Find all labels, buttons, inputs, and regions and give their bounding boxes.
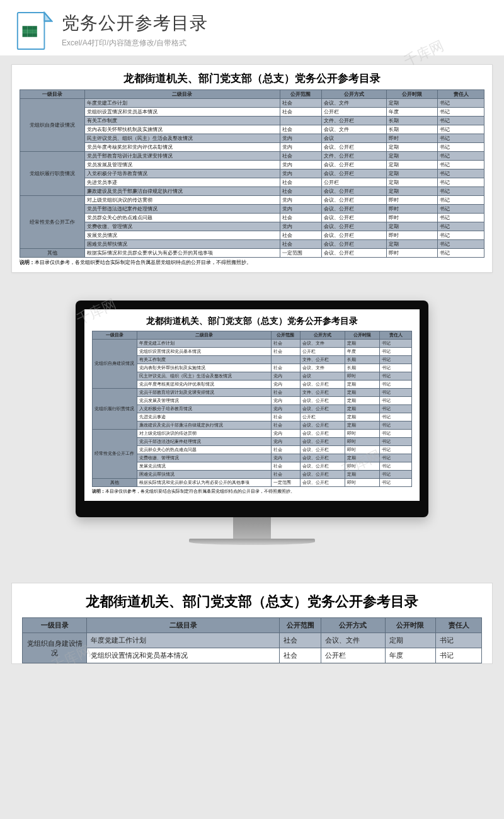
category-cell: 党组织自身建设情况	[23, 633, 87, 663]
table-row: 民主评议党员、组织（民主）生活会及整改情况党内会议即时书记	[20, 134, 484, 143]
data-cell: 入党积极分子培养教育情况	[137, 405, 271, 413]
data-cell: 会议、公开栏	[300, 405, 345, 413]
data-cell: 党员发展及管理情况	[85, 161, 280, 169]
note-label: 说明：	[92, 489, 105, 493]
col-h6: 责任人	[438, 90, 484, 99]
data-cell: 书记	[380, 348, 412, 356]
data-cell: 发展党员情况	[137, 462, 271, 471]
data-cell: 书记	[438, 214, 484, 222]
data-cell: 社会	[280, 108, 321, 117]
data-cell: 党员年度考核奖惩和党内评优表彰情况	[85, 143, 280, 152]
data-cell: 党员发展及管理情况	[137, 397, 271, 405]
data-cell: 定期	[345, 413, 380, 421]
data-cell: 年度党建工作计划	[85, 99, 280, 108]
excel-file-icon	[14, 11, 53, 50]
data-cell: 党内	[271, 405, 300, 413]
monitor: 龙都街道机关、部门党支部（总支）党务公开参考目录 一级目录 二级目录 公开范围 …	[76, 301, 428, 545]
data-cell: 党组织设置情况和党员基本情况	[85, 108, 280, 117]
data-cell: 社会	[271, 364, 300, 372]
data-cell: 党内	[280, 196, 321, 205]
data-cell: 会议、公开栏	[300, 454, 345, 462]
monitor-area: 龙都街道机关、部门党支部（总支）党务公开参考目录 一级目录 二级目录 公开范围 …	[0, 282, 504, 570]
svg-rect-5	[23, 30, 28, 33]
header-row: 一级目录 二级目录 公开范围 公开方式 公开时限 责任人	[93, 331, 412, 340]
data-cell: 党内	[280, 143, 321, 152]
col-h2: 二级目录	[87, 618, 280, 633]
data-cell: 书记	[380, 356, 412, 364]
data-cell: 定期	[387, 240, 438, 249]
data-cell: 社会	[271, 348, 300, 356]
data-cell: 会议、公开栏	[322, 240, 387, 249]
data-cell: 困难党员帮扶情况	[85, 240, 280, 249]
data-cell: 定期	[345, 471, 380, 479]
data-cell: 社会	[271, 340, 300, 348]
data-cell: 廉政建设及党员干部廉洁自律规定执行情况	[85, 187, 280, 196]
table-row: 发展党员情况社会会议、公开栏即时书记	[93, 462, 412, 471]
table-row: 先进党员事迹社会公开栏定期书记	[20, 178, 484, 187]
data-cell: 公开栏	[322, 108, 387, 117]
data-cell: 社会	[280, 152, 321, 161]
document-title: 龙都街道机关、部门党支部（总支）党务公开参考目录	[20, 71, 484, 86]
data-cell: 会议、公开栏	[322, 222, 387, 231]
data-cell: 书记	[380, 430, 412, 438]
data-cell: 书记	[380, 471, 412, 479]
data-cell: 文件、公开栏	[300, 356, 345, 364]
table-row: 党员群众关心的热点难点问题社会会议、公开栏即时书记	[20, 214, 484, 222]
table-row: 党员发展及管理情况党内会议、公开栏定期书记	[93, 397, 412, 405]
data-cell: 民主评议党员、组织（民主）生活会及整改情况	[137, 372, 271, 381]
data-cell: 有关工作制度	[85, 117, 280, 125]
data-cell: 书记	[380, 397, 412, 405]
col-h2: 二级目录	[85, 90, 280, 99]
table-row: 党员年度考核奖惩和党内评优表彰情况党内会议、公开栏定期书记	[20, 143, 484, 152]
svg-rect-6	[27, 30, 32, 33]
data-cell: 定期	[345, 397, 380, 405]
svg-rect-9	[27, 33, 32, 37]
data-cell: 定期	[387, 169, 438, 178]
monitor-stand-neck	[233, 517, 271, 539]
data-cell: 长期	[345, 364, 380, 372]
table-row: 困难党员帮扶情况社会会议、公开栏定期书记	[20, 240, 484, 249]
data-cell: 会议、公开栏	[300, 462, 345, 471]
data-cell: 书记	[380, 340, 412, 348]
catalog-table: 一级目录 二级目录 公开范围 公开方式 公开时限 责任人 党组织自身建设情况年度…	[20, 89, 484, 258]
data-cell: 社会	[271, 421, 300, 430]
data-cell: 会议、公开栏	[300, 438, 345, 446]
data-cell: 会议、公开栏	[322, 169, 387, 178]
header-row: 一级目录 二级目录 公开范围 公开方式 公开时限 责任人	[23, 618, 482, 633]
data-cell: 即时	[345, 430, 380, 438]
svg-rect-7	[32, 30, 37, 33]
data-cell: 会议、公开栏	[300, 479, 345, 487]
data-cell: 会议、公开栏	[300, 421, 345, 430]
category-cell: 其他	[93, 479, 137, 487]
data-cell: 会议、公开栏	[322, 196, 387, 205]
data-cell: 社会	[271, 471, 300, 479]
data-cell: 书记	[438, 108, 484, 117]
table-row: 党组织自身建设情况年度党建工作计划社会会议、文件定期书记	[23, 633, 482, 648]
data-cell: 党内	[280, 205, 321, 214]
data-cell: 书记	[438, 152, 484, 161]
svg-rect-4	[32, 26, 37, 30]
category-cell: 党组织履行职责情况	[93, 389, 137, 430]
data-cell: 社会	[280, 187, 321, 196]
data-cell: 书记	[438, 169, 484, 178]
data-cell: 会议、公开栏	[322, 249, 387, 258]
data-cell: 党员干部教育培训计划及党课安排情况	[85, 152, 280, 161]
data-cell: 公开栏	[321, 648, 385, 663]
data-cell: 定期	[387, 178, 438, 187]
data-cell: 书记	[380, 364, 412, 372]
data-cell: 先进党员事迹	[85, 178, 280, 187]
table-row: 党组织设置情况和党员基本情况社会公开栏年度书记	[23, 648, 482, 663]
col-h4: 公开方式	[300, 331, 345, 340]
data-cell: 会议	[300, 372, 345, 381]
data-cell: 书记	[436, 633, 482, 648]
category-cell: 其他	[20, 249, 85, 258]
data-cell: 会议、公开栏	[322, 214, 387, 222]
data-cell: 民主评议党员、组织（民主）生活会及整改情况	[85, 134, 280, 143]
data-cell: 书记	[380, 446, 412, 454]
data-cell: 即时	[345, 462, 380, 471]
data-cell: 即时	[345, 479, 380, 487]
table-row: 经常性党务公开工作对上级党组织决议的传达贯彻党内会议、公开栏即时书记	[93, 430, 412, 438]
data-cell: 会议、公开栏	[300, 430, 345, 438]
note-label: 说明：	[20, 260, 35, 265]
table-row: 民主评议党员、组织（民主）生活会及整改情况党内会议即时书记	[93, 372, 412, 381]
